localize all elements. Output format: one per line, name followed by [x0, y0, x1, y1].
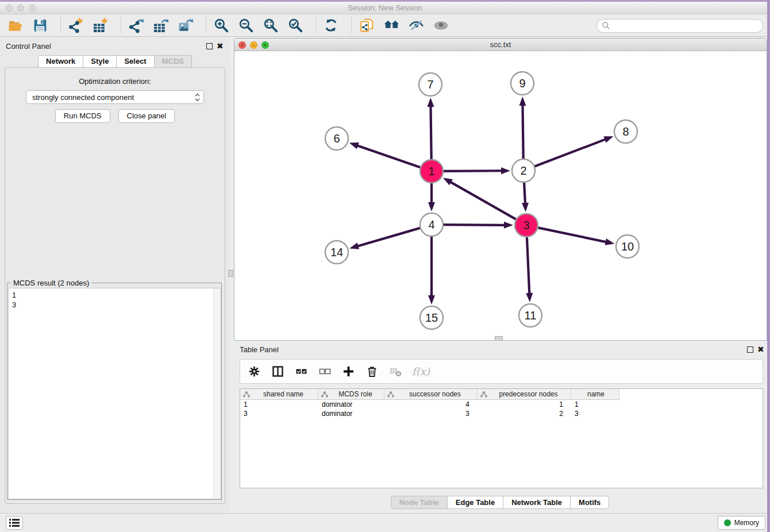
table-row[interactable]: 1dominator411	[240, 400, 763, 409]
table-cell[interactable]: dominator	[318, 400, 384, 409]
unselect-all-columns-button[interactable]	[318, 365, 332, 379]
graph-node-1[interactable]: 1	[420, 160, 443, 183]
graph-edge-1-7[interactable]	[428, 98, 434, 159]
float-table-panel-icon[interactable]	[747, 346, 753, 353]
graph-node-7[interactable]: 7	[419, 73, 442, 96]
vertical-splitter-handle[interactable]	[228, 270, 233, 277]
table-cell[interactable]: 4	[384, 400, 478, 409]
graph-edge-1-2[interactable]	[444, 167, 510, 174]
graph-node-4[interactable]: 4	[420, 213, 443, 236]
save-session-icon	[33, 18, 48, 33]
run-mcds-button[interactable]: Run MCDS	[55, 109, 110, 123]
network-maximize-button[interactable]: +	[261, 41, 269, 49]
criterion-dropdown[interactable]: strongly connected component	[26, 90, 204, 104]
graph-edge-2-9[interactable]	[519, 97, 526, 159]
table-cell[interactable]: 1	[240, 400, 318, 409]
graph-node-15[interactable]: 15	[420, 306, 443, 329]
graph-edge-3-10[interactable]	[538, 228, 615, 245]
graph-edge-2-8[interactable]	[535, 136, 614, 166]
mcds-result-textarea[interactable]: 13	[8, 288, 221, 499]
tab-select[interactable]: Select	[117, 55, 154, 68]
graph-edge-3-11[interactable]	[526, 237, 533, 302]
import-network-button[interactable]	[66, 16, 86, 34]
table-cell[interactable]: dominator	[318, 409, 384, 418]
search-input[interactable]	[611, 20, 763, 32]
table-cell[interactable]: 1	[478, 400, 571, 409]
import-table-button[interactable]	[91, 16, 110, 34]
graph-node-11[interactable]: 11	[519, 304, 542, 327]
table-settings-button[interactable]	[247, 365, 261, 379]
table-cell[interactable]: 2	[478, 409, 571, 418]
column-header-MCDS-role[interactable]: MCDS role	[318, 389, 384, 400]
graph-node-6[interactable]: 6	[325, 127, 348, 150]
graph-node-14[interactable]: 14	[325, 241, 348, 264]
graph-edge-4-14[interactable]	[349, 228, 420, 249]
close-table-panel-icon[interactable]: ✖	[757, 345, 764, 354]
graph-edge-1-6[interactable]	[349, 142, 420, 167]
close-panel-icon[interactable]: ✖	[217, 41, 224, 51]
copy-network-button[interactable]	[357, 16, 376, 34]
zoom-selected-button[interactable]	[286, 16, 305, 34]
graph-node-8[interactable]: 8	[614, 120, 637, 143]
tab-node-table[interactable]: Node Table	[391, 496, 448, 509]
table-cell[interactable]: 3	[384, 409, 478, 418]
column-header-successor-nodes[interactable]: successor nodes	[384, 389, 478, 400]
tab-network-table[interactable]: Network Table	[503, 496, 571, 509]
export-network-button[interactable]	[126, 16, 146, 34]
desktop-edge-right	[767, 0, 770, 532]
graph-edge-4-3[interactable]	[444, 222, 513, 229]
memory-button[interactable]: Memory	[718, 516, 765, 530]
window-close-button[interactable]	[6, 5, 13, 11]
network-canvas[interactable]: 7968124314101511	[234, 51, 767, 340]
control-panel-title: Control Panel	[6, 42, 51, 51]
network-close-button[interactable]: ✕	[238, 41, 246, 49]
network-window-titlebar[interactable]: ✕ − + scc.txt	[234, 38, 767, 51]
window-minimize-button[interactable]	[17, 5, 24, 11]
network-minimize-button[interactable]: −	[250, 41, 257, 49]
tab-mcds[interactable]: MCDS	[155, 55, 192, 68]
graph-edge-3-1[interactable]	[443, 178, 516, 219]
export-table-button[interactable]	[151, 16, 171, 34]
graph-node-10[interactable]: 10	[616, 235, 639, 258]
graph-node-2[interactable]: 2	[512, 159, 535, 182]
horizontal-splitter-handle[interactable]	[495, 336, 503, 341]
show-columns-button[interactable]	[271, 365, 284, 379]
tab-motifs[interactable]: Motifs	[571, 496, 609, 509]
column-header-name[interactable]: name	[571, 389, 619, 400]
show-graphics-button[interactable]	[431, 16, 451, 34]
graph-edge-4-15[interactable]	[428, 237, 435, 304]
refresh-layout-button[interactable]	[321, 16, 341, 34]
delete-columns-button[interactable]	[365, 365, 379, 379]
table-cell[interactable]: 3	[240, 409, 318, 418]
graph-edge-1-4[interactable]	[428, 183, 435, 211]
import-network-icon	[68, 18, 84, 33]
zoom-fit-button[interactable]	[261, 16, 280, 34]
tab-network[interactable]: Network	[38, 55, 83, 68]
column-header-predecessor-nodes[interactable]: predecessor nodes	[478, 389, 571, 400]
close-panel-button[interactable]: Close panel	[118, 109, 175, 123]
graph-node-9[interactable]: 9	[511, 72, 534, 95]
table-row[interactable]: 3dominator323	[240, 409, 763, 418]
tab-style[interactable]: Style	[83, 55, 117, 68]
table-cell[interactable]: 1	[571, 400, 619, 409]
tab-edge-table[interactable]: Edge Table	[448, 496, 503, 509]
home-network-button[interactable]	[382, 16, 401, 34]
graph-edge-2-3[interactable]	[522, 183, 529, 212]
save-session-button[interactable]	[30, 16, 50, 34]
search-box[interactable]	[596, 19, 763, 33]
hide-graphics-button[interactable]	[406, 16, 426, 34]
add-column-button[interactable]	[341, 365, 355, 379]
zoom-out-button[interactable]	[236, 16, 256, 34]
select-all-columns-button[interactable]	[294, 365, 308, 379]
task-history-button[interactable]	[6, 516, 23, 530]
window-zoom-button[interactable]	[29, 5, 36, 11]
network-window-title: scc.txt	[234, 38, 767, 51]
export-image-button[interactable]	[176, 16, 195, 34]
table-cell[interactable]: 3	[571, 409, 619, 418]
column-header-shared-name[interactable]: shared name	[240, 389, 318, 400]
zoom-in-button[interactable]	[211, 16, 231, 34]
open-session-button[interactable]	[6, 16, 25, 34]
graph-node-3[interactable]: 3	[515, 214, 538, 237]
float-panel-icon[interactable]	[206, 43, 213, 49]
mcds-result-scrollbar[interactable]	[213, 288, 221, 499]
